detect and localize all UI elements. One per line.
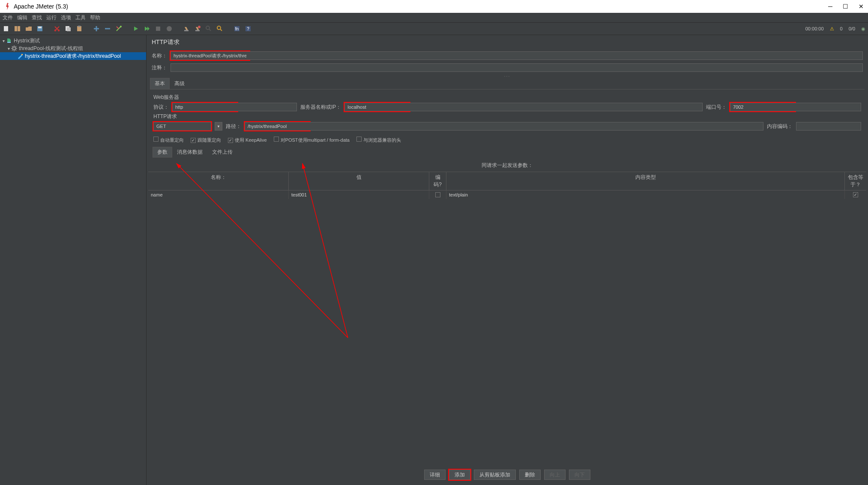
cell-value[interactable]: test001 [289, 190, 429, 199]
cell-encode[interactable] [429, 190, 446, 199]
protocol-input[interactable] [172, 103, 237, 111]
server-input[interactable] [344, 103, 410, 111]
open-icon[interactable] [25, 25, 33, 33]
svg-rect-0 [4, 26, 8, 31]
paste-icon[interactable] [75, 25, 83, 33]
menu-options[interactable]: 选项 [61, 14, 71, 21]
start-icon[interactable] [132, 25, 140, 33]
function-helper-icon[interactable]: fn [233, 25, 241, 33]
panel-title: HTTP请求 [147, 35, 868, 50]
separator[interactable] [147, 74, 868, 77]
subtab-body[interactable]: 消息体数据 [172, 147, 207, 158]
svg-rect-15 [156, 27, 160, 31]
menu-tools[interactable]: 工具 [75, 14, 86, 21]
testplan-icon [6, 38, 12, 44]
menu-file[interactable]: 文件 [3, 14, 13, 21]
cb-follow-redirect[interactable]: 跟随重定向 [191, 137, 221, 143]
cb-auto-redirect[interactable]: 自动重定向 [153, 137, 184, 143]
cb-multipart[interactable]: 对POST使用multipart / form-data [274, 137, 350, 143]
tool-bar: fn ? 00:00:00 ⚠ 0 0/0 ◉ [0, 22, 868, 35]
comment-input[interactable] [171, 63, 863, 72]
templates-icon[interactable] [14, 25, 21, 33]
cell-name[interactable]: name [148, 190, 289, 199]
path-input[interactable] [245, 122, 310, 131]
subtab-files[interactable]: 文件上传 [207, 147, 237, 158]
search-icon[interactable] [205, 25, 213, 33]
col-value[interactable]: 值 [289, 172, 429, 190]
window-title: Apache JMeter (5.3) [14, 3, 68, 10]
toggle-icon[interactable] [115, 25, 123, 33]
sampler-icon [17, 53, 23, 59]
menu-help[interactable]: 帮助 [90, 14, 100, 21]
start-no-pause-icon[interactable] [143, 25, 151, 33]
add-button[interactable]: 添加 [449, 470, 470, 480]
delete-button[interactable]: 删除 [519, 470, 541, 480]
tab-basic[interactable]: 基本 [150, 78, 170, 89]
col-include[interactable]: 包含等于？ [845, 172, 866, 190]
subtab-params[interactable]: 参数 [153, 147, 172, 158]
menu-edit[interactable]: 编辑 [17, 14, 27, 21]
stop-icon[interactable] [154, 25, 162, 33]
method-select[interactable]: GET [153, 122, 211, 131]
help-icon[interactable]: ? [244, 25, 252, 33]
cb-browser-headers[interactable]: 与浏览器兼容的头 [356, 137, 401, 143]
col-encode[interactable]: 编码? [429, 172, 446, 190]
port-label: 端口号： [706, 104, 727, 111]
svg-point-22 [217, 26, 221, 30]
svg-point-19 [198, 26, 201, 28]
method-dropdown-arrow[interactable]: ▼ [215, 122, 222, 131]
svg-rect-17 [184, 30, 189, 31]
menu-run[interactable]: 运行 [46, 14, 57, 21]
svg-rect-4 [38, 27, 42, 28]
svg-rect-2 [18, 26, 20, 31]
down-button[interactable]: 向下 [569, 470, 590, 480]
table-row[interactable]: name test001 text/plain [148, 190, 866, 199]
cb-keepalive[interactable]: 使用 KeepAlive [228, 137, 267, 143]
detail-button[interactable]: 详细 [424, 470, 446, 480]
test-plan-tree[interactable]: ▾ Hystrix测试 ▾ threadPool-线程测试-线程组 hystri… [0, 35, 147, 485]
tree-thread-group[interactable]: ▾ threadPool-线程测试-线程组 [0, 45, 146, 52]
tree-http-sampler[interactable]: hystrix-threadPool请求-/hystrix/threadPool [0, 52, 146, 60]
svg-text:fn: fn [235, 27, 239, 31]
new-icon[interactable] [3, 25, 10, 33]
svg-line-23 [220, 29, 222, 31]
name-input[interactable] [171, 51, 249, 60]
menu-search[interactable]: 查找 [32, 14, 42, 21]
save-icon[interactable] [36, 25, 44, 33]
cell-include[interactable] [845, 190, 866, 199]
copy-icon[interactable] [64, 25, 72, 33]
up-button[interactable]: 向上 [544, 470, 566, 480]
web-server-section: Web服务器 [153, 94, 861, 101]
warning-icon[interactable]: ⚠ [830, 26, 834, 32]
port-input[interactable] [730, 103, 795, 111]
svg-point-14 [120, 26, 122, 27]
name-label: 名称： [152, 52, 167, 60]
tree-root[interactable]: ▾ Hystrix测试 [0, 37, 146, 45]
server-label: 服务器名称或IP： [300, 104, 341, 111]
add-from-clipboard-button[interactable]: 从剪贴板添加 [474, 470, 516, 480]
svg-rect-31 [21, 54, 23, 55]
config-tabs: 基本 高级 [150, 78, 865, 89]
comment-label: 注释： [152, 64, 167, 71]
tab-advanced[interactable]: 高级 [170, 78, 189, 89]
shutdown-icon[interactable] [165, 25, 173, 33]
cell-type[interactable]: text/plain [446, 190, 845, 199]
maximize-button[interactable]: ☐ [843, 3, 848, 10]
svg-rect-1 [15, 26, 17, 31]
expand-icon[interactable] [93, 25, 100, 33]
reset-search-icon[interactable] [216, 25, 224, 33]
cut-icon[interactable] [53, 25, 61, 33]
gauge-icon[interactable]: ◉ [861, 26, 865, 32]
svg-rect-18 [195, 30, 200, 31]
col-type[interactable]: 内容类型 [446, 172, 845, 190]
clear-icon[interactable] [183, 25, 190, 33]
http-request-section: HTTP请求 [153, 113, 861, 120]
collapse-icon[interactable] [104, 25, 111, 33]
clear-all-icon[interactable] [194, 25, 201, 33]
grid-header: 名称： 值 编码? 内容类型 包含等于？ [148, 172, 866, 190]
minimize-button[interactable]: ─ [828, 3, 832, 10]
col-name[interactable]: 名称： [148, 172, 289, 190]
close-button[interactable]: ✕ [859, 3, 864, 10]
encoding-input[interactable] [796, 122, 861, 131]
editor-panel: HTTP请求 名称： 注释： 基本 高级 Web服务器 协议： 服务器名称或IP… [147, 35, 868, 485]
